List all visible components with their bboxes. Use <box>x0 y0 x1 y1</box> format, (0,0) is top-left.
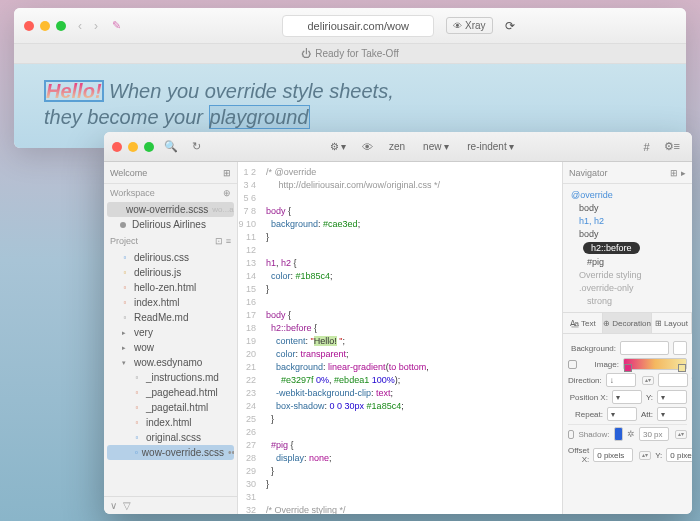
forward-icon[interactable]: › <box>94 19 98 33</box>
gradient-editor[interactable] <box>623 358 687 370</box>
file-item[interactable]: ▫delirious.css <box>104 250 237 265</box>
shadow-color-swatch[interactable] <box>614 427 623 441</box>
repeat-field[interactable]: ▾ <box>607 407 637 421</box>
gear-menu[interactable]: ▾ <box>324 139 352 154</box>
refresh-icon[interactable]: ↻ <box>188 140 205 153</box>
file-icon: ▫ <box>135 448 138 458</box>
file-item[interactable]: ▫index.html <box>104 415 237 430</box>
shadow-blur-field[interactable]: 30 px <box>639 427 669 441</box>
nav-item[interactable]: body <box>567 228 688 240</box>
direction-field[interactable]: ↓ <box>606 373 636 387</box>
chevron-down-icon[interactable]: ∨ <box>110 500 117 511</box>
nav-item[interactable]: body <box>567 202 688 214</box>
file-icon: ▫ <box>120 268 130 278</box>
file-item[interactable]: ▫ReadMe.md <box>104 310 237 325</box>
zen-button[interactable]: zen <box>383 139 411 154</box>
xray-button[interactable]: 👁Xray <box>446 17 493 34</box>
hash-icon[interactable]: # <box>639 141 653 153</box>
nav-item[interactable]: h1, h2 <box>567 215 688 227</box>
nav-item[interactable]: .override-only <box>567 282 688 294</box>
file-item[interactable]: ▫delirious.js <box>104 265 237 280</box>
nav-item[interactable]: @override <box>567 189 688 201</box>
offsety-label: Y: <box>655 451 662 460</box>
filter-icon[interactable]: ▽ <box>123 500 131 511</box>
reload-icon[interactable]: ⟳ <box>499 19 521 33</box>
minimize-icon[interactable] <box>128 142 138 152</box>
file-item[interactable]: ▫hello-zen.html <box>104 280 237 295</box>
file-item[interactable]: wow.esdynamo <box>104 355 237 370</box>
tab-welcome[interactable]: Welcome <box>110 168 147 178</box>
file-item[interactable]: ▫index.html <box>104 295 237 310</box>
eye-icon[interactable]: 👁 <box>358 141 377 153</box>
hello-text: Hello! <box>46 80 102 102</box>
file-item[interactable]: ▫wow-override.scss••• <box>107 445 234 460</box>
folder-icon <box>120 358 130 368</box>
file-icon: ▫ <box>132 433 142 443</box>
maximize-icon[interactable] <box>144 142 154 152</box>
checkbox[interactable] <box>568 360 577 369</box>
file-icon: ▫ <box>120 298 130 308</box>
pen-icon[interactable]: ✎ <box>112 19 121 32</box>
workspace-item[interactable]: wow-override.scss wo...amo <box>107 202 234 217</box>
file-icon: ▫ <box>120 283 130 293</box>
safari-window: ‹ › ✎ deliriousair.com/wow 👁Xray ⟳ ⏻Read… <box>14 8 686 148</box>
tab-bar[interactable]: ⏻Ready for Take-Off <box>14 44 686 64</box>
editor-titlebar: 🔍 ↻ ▾ 👁 zen new ▾ re-indent ▾ # ⚙≡ <box>104 132 692 162</box>
file-item[interactable]: ▫original.scss <box>104 430 237 445</box>
inspector: Navigator ⊞ ▸ @overridebodyh1, h2bodyh2:… <box>562 162 692 514</box>
stepper[interactable]: ▴▾ <box>642 376 654 385</box>
code-editor[interactable]: 1 2 3 4 5 6 7 8 9 10 11 12 13 14 15 16 1… <box>238 162 562 514</box>
nav-item[interactable]: h2::before <box>583 242 640 254</box>
close-icon[interactable] <box>24 21 34 31</box>
inspector-tabs: A͟aText⊕Decoration⊞Layout <box>563 312 692 334</box>
checkbox[interactable] <box>568 430 574 439</box>
nav-item[interactable]: strong <box>567 295 688 307</box>
offsety-field[interactable]: 0 pixels <box>666 448 692 462</box>
inspector-tab-text[interactable]: A͟aText <box>563 313 603 333</box>
maximize-icon[interactable] <box>56 21 66 31</box>
background-field[interactable] <box>620 341 669 355</box>
shadow-label: Shadow: <box>578 430 609 439</box>
nav-item[interactable]: #pig <box>567 256 688 268</box>
file-item[interactable]: ▫_pagehead.html <box>104 385 237 400</box>
stepper[interactable]: ▴▾ <box>675 430 687 439</box>
sidebar-expand-icon[interactable]: ⊞ <box>223 168 231 178</box>
image-label: Image: <box>581 360 619 369</box>
file-item[interactable]: very <box>104 325 237 340</box>
posx-field[interactable]: ▾ <box>612 390 642 404</box>
posy-field[interactable]: ▾ <box>657 390 687 404</box>
sidebar: Welcome ⊞ Workspace⊕ wow-override.scss w… <box>104 162 238 514</box>
minimize-icon[interactable] <box>40 21 50 31</box>
file-icon: ▫ <box>132 418 142 428</box>
sidebar-tabs: Welcome ⊞ <box>104 162 237 184</box>
close-icon[interactable] <box>112 142 122 152</box>
folder-icon <box>120 328 130 338</box>
inspector-header: Navigator ⊞ ▸ <box>563 162 692 184</box>
color-swatch[interactable] <box>673 341 687 355</box>
file-item[interactable]: ▫_instructions.md <box>104 370 237 385</box>
reindent-button[interactable]: re-indent ▾ <box>461 139 520 154</box>
att-field[interactable]: ▾ <box>657 407 687 421</box>
nav-item[interactable]: Override styling <box>567 269 688 281</box>
add-icon[interactable]: ⊕ <box>223 188 231 198</box>
inspector-tab-decoration[interactable]: ⊕Decoration <box>603 313 652 333</box>
back-icon[interactable]: ‹ <box>78 19 82 33</box>
url-field[interactable]: deliriousair.com/wow <box>282 15 433 37</box>
sidebar-footer: ∨ ▽ <box>104 496 237 514</box>
offsetx-field[interactable]: 0 pixels <box>593 448 633 462</box>
stepper[interactable]: ▴▾ <box>639 451 651 460</box>
page-line2b: playground <box>209 105 310 129</box>
new-button[interactable]: new ▾ <box>417 139 455 154</box>
file-item[interactable]: ▫_pagetail.html <box>104 400 237 415</box>
direction-deg-field[interactable] <box>658 373 688 387</box>
file-item[interactable]: wow <box>104 340 237 355</box>
file-icon: ▫ <box>132 403 142 413</box>
settings-icon[interactable]: ⚙≡ <box>660 140 684 153</box>
file-icon: ▫ <box>120 313 130 323</box>
workspace-item[interactable]: Delirious Airlines <box>104 217 237 232</box>
search-icon[interactable]: 🔍 <box>160 140 182 153</box>
inspector-tab-layout[interactable]: ⊞Layout <box>652 313 692 333</box>
page-line1: When you override style sheets, <box>104 80 394 102</box>
project-menu-icon[interactable]: ⊡ ≡ <box>215 236 231 246</box>
inspector-expand-icon[interactable]: ⊞ ▸ <box>670 168 686 178</box>
